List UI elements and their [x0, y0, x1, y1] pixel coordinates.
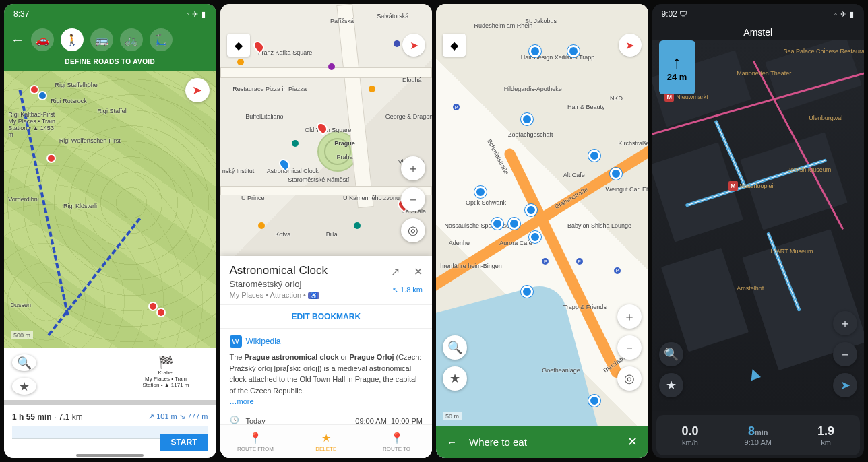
locate-button[interactable]: ◎ — [401, 218, 425, 242]
map-label: Astronomical Clock — [267, 168, 319, 174]
place-distance: ↖ 1.8 km — [392, 286, 423, 294]
map-label: Goetheanlage — [542, 367, 580, 374]
mode-transit[interactable]: 🚌 — [90, 28, 113, 51]
zoom-in-button[interactable]: ＋ — [401, 156, 425, 180]
close-icon[interactable]: ✕ — [414, 265, 423, 278]
zoom-in-button[interactable]: ＋ — [617, 304, 642, 329]
route-header: ← 🚗 🚶 🚌 🚲 🛴 DEFINE ROADS TO AVOID — [4, 24, 216, 72]
bookmark-button[interactable]: ★ — [443, 366, 467, 391]
food-marker[interactable] — [508, 218, 520, 230]
route-summary-sheet[interactable]: 1 h 55 min · 7.1 km ↗ 101 m ↘ 777 m STAR… — [4, 405, 216, 458]
map-label: Dussen — [10, 302, 31, 308]
map-label: Adenhe — [449, 240, 470, 246]
map-label: Rigi Rotsrock — [51, 98, 87, 104]
mode-scooter[interactable]: 🛴 — [150, 28, 173, 51]
search-category-bar[interactable]: ← Where to eat ✕ — [436, 426, 648, 458]
food-marker[interactable] — [588, 150, 600, 162]
zoom-in-button[interactable]: ＋ — [833, 311, 857, 335]
start-button[interactable]: START — [160, 434, 208, 451]
zoom-out-button[interactable]: － — [617, 335, 642, 360]
compass-icon[interactable]: ➤ — [185, 78, 210, 102]
food-marker[interactable] — [521, 286, 533, 298]
map-label: MWaterlooplein — [728, 181, 777, 191]
zoom-out-button[interactable]: － — [401, 187, 425, 211]
map-label: BuffelLitaliano — [245, 113, 283, 120]
waypoint-pin[interactable] — [30, 85, 39, 94]
map-label: Salvátorská — [377, 13, 408, 20]
food-marker[interactable] — [529, 231, 541, 243]
action-bar: 📍ROUTE FROM ★DELETE 📍ROUTE TO — [220, 424, 433, 458]
map-label: Marionetten Theater — [737, 70, 791, 77]
map-label: Restaurace Pizza in Piazza — [232, 86, 307, 92]
nav-arrow-icon: ▲ — [742, 361, 766, 387]
back-icon[interactable]: ← — [11, 32, 27, 48]
locate-button[interactable]: ◎ — [617, 366, 642, 391]
rudesheim-map[interactable]: Rüdesheim am Rhein St. Jakobus Hair-Desi… — [436, 4, 648, 458]
map-label: Amstelhof — [737, 285, 764, 292]
food-marker[interactable] — [567, 45, 580, 57]
bookmark-button[interactable]: ★ — [659, 373, 683, 397]
turn-card[interactable]: ↑ 24 m — [659, 40, 695, 94]
search-button[interactable]: 🔍 — [443, 335, 467, 360]
nav-map[interactable]: Sea Palace Chinese Restaurant Restaurant… — [652, 40, 865, 411]
elevation-stats: ↗ 101 m ↘ 777 m — [148, 412, 208, 422]
more-link[interactable]: …more — [230, 397, 254, 405]
mode-car[interactable]: 🚗 — [31, 28, 54, 51]
map-label: Babylon Shisha Lounge — [567, 222, 631, 229]
map-scale: 500 m — [11, 331, 33, 339]
back-icon[interactable]: ← — [447, 436, 457, 448]
food-marker[interactable] — [474, 186, 487, 198]
delete-button[interactable]: ★DELETE — [290, 425, 361, 458]
search-button[interactable]: 🔍 — [659, 342, 683, 366]
compass-icon[interactable]: ➤ — [402, 34, 425, 57]
food-marker[interactable] — [610, 168, 622, 180]
compass-icon[interactable]: ➤ — [619, 34, 642, 57]
hiking-route-screen: 8:37 ◦ ✈ ▮ ← 🚗 🚶 🚌 🚲 🛴 DEFINE ROADS TO A… — [4, 4, 216, 458]
map-label: NKD — [610, 95, 623, 102]
waypoint-pin[interactable] — [148, 302, 158, 311]
close-icon[interactable]: ✕ — [627, 434, 638, 449]
status-bar: 9:02 🛡 ◦ ✈ ▮ — [652, 4, 865, 24]
bookmark-button[interactable]: ★ — [12, 378, 36, 395]
hiking-map[interactable]: Rigi Staffelhöhe Rigi Rotsrock Rigi Staf… — [4, 71, 216, 400]
map-label: Old Town Square — [305, 127, 351, 133]
map-label: Kotva — [275, 231, 290, 238]
status-bar: 8:37 ◦ ✈ ▮ — [4, 4, 216, 24]
destination-marker[interactable]: 🏁 Krabel My Places • Train Station • ▲ 1… — [143, 355, 189, 388]
map-label: Praha — [336, 154, 352, 160]
map-label: Hildegardis-Apotheke — [504, 86, 562, 92]
route-to-button[interactable]: 📍ROUTE TO — [361, 425, 432, 458]
map-label: Optik Schwank — [466, 199, 506, 206]
recenter-button[interactable]: ➤ — [833, 373, 857, 397]
nav-bottom-bar[interactable]: 0.0 km/h 8min 9:10 AM 1.9 km — [656, 415, 861, 455]
edit-bookmark-button[interactable]: EDIT BOOKMARK — [220, 305, 433, 329]
waypoint-pin[interactable] — [46, 154, 56, 163]
zoom-out-button[interactable]: － — [833, 342, 857, 366]
share-icon[interactable]: ↗ — [391, 265, 400, 278]
define-roads-link[interactable]: DEFINE ROADS TO AVOID — [11, 58, 210, 65]
layers-button[interactable]: ◆ — [443, 34, 466, 57]
food-marker[interactable] — [529, 45, 541, 57]
wikipedia-excerpt: The Prague astronomical clock or Prague … — [230, 352, 423, 407]
status-icons: ◦ ✈ ▮ — [834, 10, 855, 19]
map-label: Sea Palace Chinese Restaurant Restaurant… — [783, 48, 864, 55]
drag-handle[interactable] — [76, 454, 144, 457]
wikipedia-link[interactable]: WWikipedia — [230, 335, 423, 348]
eta-cell[interactable]: 8min 9:10 AM — [724, 424, 792, 447]
food-marker[interactable] — [521, 113, 533, 125]
map-label: Rigi Klösterli — [63, 203, 97, 209]
search-button[interactable]: 🔍 — [12, 354, 36, 371]
map-label: Rigi Wölfertschen-First — [59, 137, 121, 144]
mode-bike[interactable]: 🚲 — [120, 28, 143, 51]
food-marker[interactable] — [525, 204, 537, 216]
layers-button[interactable]: ◆ — [227, 34, 250, 57]
route-stats: 1 h 55 min · 7.1 km — [12, 412, 83, 422]
place-sheet[interactable]: Astronomical Clock Staroměstský orloj My… — [220, 256, 433, 458]
food-marker[interactable] — [491, 218, 503, 230]
mode-walk[interactable]: 🚶 — [61, 28, 84, 51]
map-label: hrenfähre heim-Bingen — [440, 263, 502, 269]
route-from-button[interactable]: 📍ROUTE FROM — [220, 425, 291, 458]
where-to-eat-screen: Rüdesheim am Rhein St. Jakobus Hair-Desi… — [436, 4, 648, 458]
map-label: Zoofachgeschäft — [508, 131, 553, 138]
food-marker[interactable] — [588, 395, 600, 407]
